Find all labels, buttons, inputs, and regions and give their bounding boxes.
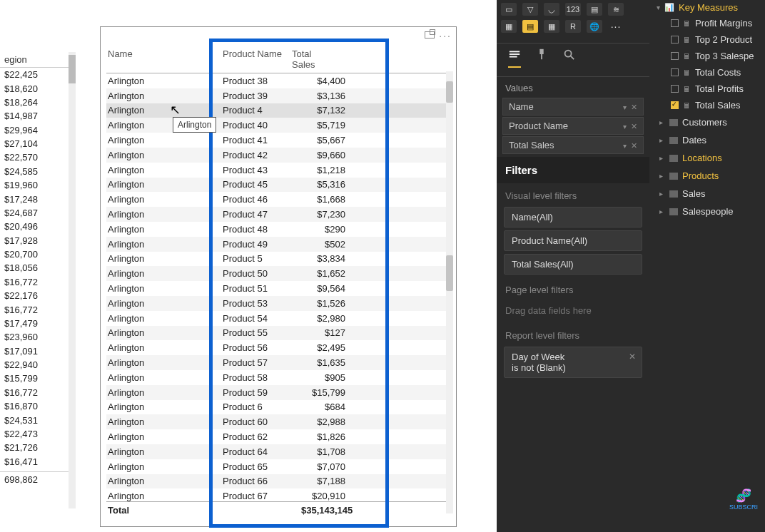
remove-icon[interactable]: ✕ [631,122,637,131]
field-measure-item[interactable]: 🖩Total Costs [649,64,765,81]
field-well-item[interactable]: Product Name▾✕ [502,117,644,135]
checkbox[interactable] [671,36,679,44]
left-value[interactable]: $23,960 [0,330,75,344]
left-value[interactable]: $22,570 [0,150,75,164]
viz-stacked-bar-icon[interactable]: ▭ [501,3,517,16]
left-value[interactable]: $16,772 [0,275,75,289]
viz-gauge-icon[interactable]: ◡ [544,3,559,16]
viz-globe-icon[interactable]: 🌐 [587,20,602,33]
viz-more-icon[interactable]: ··· [608,20,624,33]
left-value[interactable]: $14,987 [0,109,75,123]
checkbox[interactable] [671,19,679,27]
page-filter-dropzone[interactable]: Drag data fields here [497,298,649,323]
left-value[interactable]: $19,960 [0,178,75,192]
left-value[interactable]: $18,056 [0,261,75,275]
table-row[interactable]: ArlingtonProduct 62$1,826 [106,429,449,444]
visual-filter-item[interactable]: Name(All) [504,207,642,227]
table-scrollbar[interactable] [446,71,453,513]
table-row[interactable]: ArlingtonProduct 43$1,218 [106,163,449,178]
left-value[interactable]: $17,928 [0,234,75,247]
field-table-item[interactable]: ▸Customers [649,113,765,131]
table-row[interactable]: ArlingtonProduct 4$7,132 [106,103,449,118]
left-value[interactable]: $15,799 [0,372,75,385]
field-table-item[interactable]: ▸Salespeople [649,203,765,220]
remove-icon[interactable]: ✕ [631,103,637,111]
chevron-down-icon[interactable]: ▾ [623,142,627,150]
viz-kpi-icon[interactable]: ≋ [608,3,624,16]
viz-multicard-icon[interactable]: ▤ [587,3,602,16]
table-row[interactable]: ArlingtonProduct 64$1,708 [106,444,449,459]
viz-r-icon[interactable]: R [565,20,581,33]
col-name-header[interactable]: Name [106,48,223,70]
chevron-down-icon[interactable]: ▾ [623,103,627,111]
table-row[interactable]: ArlingtonProduct 6$684 [106,400,449,415]
remove-filter-icon[interactable]: ✕ [629,352,636,362]
checkbox[interactable] [671,68,679,76]
checkbox[interactable] [671,85,679,93]
field-measure-item[interactable]: 🖩Top 2 Product [649,31,765,48]
left-value[interactable]: $17,479 [0,317,75,330]
left-value[interactable]: $22,940 [0,358,75,372]
table-visual[interactable]: ··· Name Product Name Total Sales Arling… [100,26,457,527]
fields-tab-icon[interactable] [508,48,521,68]
field-well-item[interactable]: Name▾✕ [502,98,644,116]
table-row[interactable]: ArlingtonProduct 41$5,667 [106,133,449,148]
left-scrollbar[interactable] [69,52,76,508]
left-value[interactable]: $16,471 [0,455,75,469]
field-well-item[interactable]: Total Sales▾✕ [502,136,644,154]
table-row[interactable]: ArlingtonProduct 57$1,635 [106,355,449,370]
left-value[interactable]: $20,496 [0,220,75,233]
table-row[interactable]: ArlingtonProduct 58$905 [106,370,449,385]
field-table-item[interactable]: ▸Products [649,167,765,185]
left-value[interactable]: $17,091 [0,344,75,358]
field-measure-item[interactable]: 🖩Top 3 Salespe [649,48,765,64]
left-header[interactable]: egion [0,52,75,68]
left-value[interactable]: $22,473 [0,427,75,441]
field-table-item[interactable]: ▸Locations [649,149,765,167]
table-row[interactable]: ArlingtonProduct 60$2,988 [106,414,449,429]
focus-mode-icon[interactable] [425,31,435,39]
checkbox[interactable] [671,52,679,60]
viz-matrix-icon[interactable]: ▦ [544,20,559,33]
viz-funnel-icon[interactable]: ▽ [522,3,538,16]
visual-filter-item[interactable]: Total Sales(All) [504,254,642,275]
left-value[interactable]: $24,531 [0,413,75,426]
table-row[interactable]: ArlingtonProduct 65$7,070 [106,459,449,474]
viz-card-icon[interactable]: 123 [565,3,581,16]
table-row[interactable]: ArlingtonProduct 48$290 [106,222,449,237]
left-value[interactable]: $22,425 [0,68,75,81]
table-row[interactable]: ArlingtonProduct 55$127 [106,326,449,341]
viz-slicer-icon[interactable]: ▦ [501,20,517,33]
field-measure-item[interactable]: 🖩Profit Margins [649,15,765,31]
left-value[interactable]: $27,104 [0,137,75,150]
table-row[interactable]: ArlingtonProduct 50$1,652 [106,266,449,281]
more-options-icon[interactable]: ··· [439,30,452,41]
left-value[interactable]: $16,772 [0,386,75,399]
table-row[interactable]: ArlingtonProduct 56$2,495 [106,340,449,355]
analytics-tab-icon[interactable] [562,48,575,68]
left-value[interactable]: $29,964 [0,123,75,137]
remove-icon[interactable]: ✕ [631,141,637,150]
left-value[interactable]: $24,585 [0,165,75,178]
left-value[interactable]: $18,264 [0,96,75,109]
left-value[interactable]: $16,772 [0,302,75,316]
table-row[interactable]: ArlingtonProduct 39$3,136 [106,88,449,103]
key-measures-group[interactable]: ▾ 📊 Key Measures [649,0,765,15]
left-value[interactable]: $21,726 [0,441,75,454]
chevron-down-icon[interactable]: ▾ [623,123,627,131]
subscribe-logo[interactable]: 🧬 SUBSCRI [729,488,758,511]
field-table-item[interactable]: ▸Dates [649,131,765,149]
checkbox[interactable] [671,101,679,109]
table-row[interactable]: ArlingtonProduct 66$7,188 [106,474,449,489]
table-row[interactable]: ArlingtonProduct 51$9,564 [106,281,449,296]
table-row[interactable]: ArlingtonProduct 42$9,660 [106,148,449,163]
table-row[interactable]: ArlingtonProduct 49$502 [106,237,449,252]
table-row[interactable]: ArlingtonProduct 53$1,526 [106,296,449,311]
left-value[interactable]: $18,620 [0,81,75,95]
table-row[interactable]: ArlingtonProduct 40$5,719 [106,118,449,133]
left-value[interactable]: $20,700 [0,247,75,261]
field-measure-item[interactable]: 🖩Total Profits [649,81,765,97]
table-row[interactable]: ArlingtonProduct 46$1,668 [106,192,449,207]
table-row[interactable]: ArlingtonProduct 38$4,400 [106,73,449,88]
col-product-header[interactable]: Product Name [223,48,292,70]
